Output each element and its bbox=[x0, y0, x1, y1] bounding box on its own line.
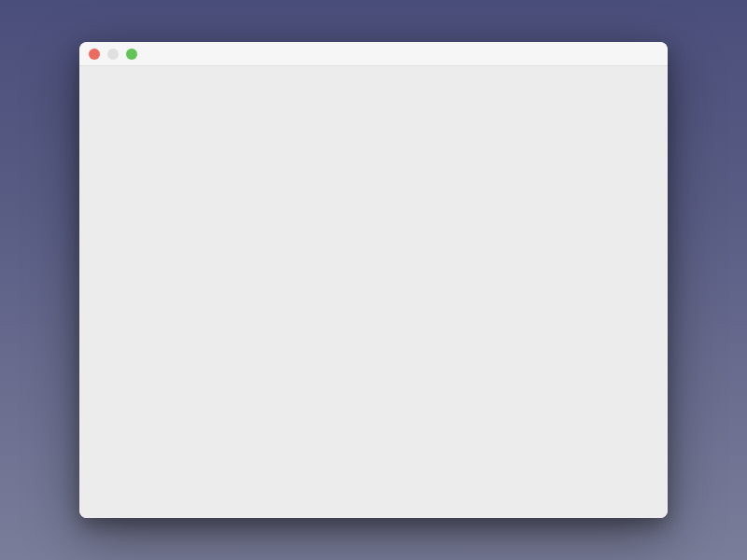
window-titlebar[interactable] bbox=[79, 42, 668, 66]
window-content-area bbox=[79, 66, 668, 518]
close-button[interactable] bbox=[89, 49, 100, 60]
maximize-button[interactable] bbox=[126, 49, 137, 60]
minimize-button[interactable] bbox=[107, 49, 119, 60]
application-window bbox=[79, 42, 668, 518]
